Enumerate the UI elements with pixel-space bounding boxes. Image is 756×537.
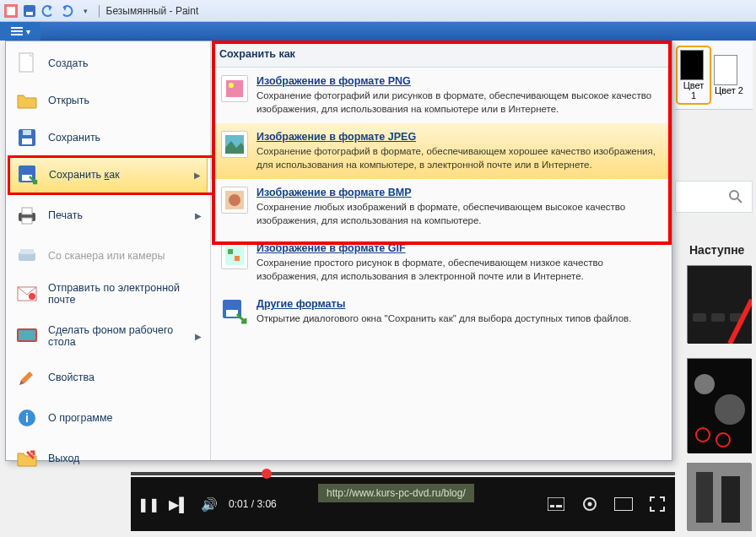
gif-icon bbox=[221, 242, 248, 269]
menu-item-print[interactable]: Печать ▶ bbox=[6, 197, 210, 234]
video-player: ❚❚ ▶▌ 🔊 0:01 / 3:06 http://www.kurs-pc-d… bbox=[131, 477, 675, 531]
format-desc: Открытие диалогового окна "Сохранить как… bbox=[256, 312, 662, 326]
redo-icon[interactable] bbox=[59, 3, 74, 19]
color2-label: Цвет 2 bbox=[714, 85, 744, 95]
svg-point-7 bbox=[730, 191, 738, 199]
menu-item-scanner: Со сканера или камеры bbox=[6, 237, 210, 274]
quick-access-toolbar: ▾ bbox=[3, 3, 93, 19]
svg-rect-48 bbox=[228, 249, 233, 254]
format-title: Изображение в формате JPEG bbox=[256, 131, 662, 143]
svg-rect-1 bbox=[7, 7, 15, 15]
menu-item-open[interactable]: Открыть bbox=[6, 82, 210, 119]
svg-point-45 bbox=[229, 194, 240, 206]
svg-point-33 bbox=[29, 293, 35, 300]
svg-point-15 bbox=[715, 394, 745, 425]
svg-rect-29 bbox=[22, 218, 32, 224]
format-title: Другие форматы bbox=[256, 298, 662, 310]
saveas-submenu: Сохранить как Изображение в формате PNG … bbox=[211, 41, 672, 460]
scanner-icon bbox=[16, 245, 38, 267]
titlebar-separator: │ bbox=[96, 5, 103, 17]
menu-item-label: Сохранить как bbox=[49, 169, 120, 181]
menu-item-label: Сделать фоном рабочего стола bbox=[48, 324, 185, 348]
save-icon[interactable] bbox=[22, 3, 37, 19]
svg-point-14 bbox=[694, 374, 715, 394]
ribbon-colors-group: Цвет 1 Цвет 2 bbox=[675, 41, 753, 110]
svg-rect-35 bbox=[19, 330, 35, 340]
color1-button[interactable]: Цвет 1 bbox=[678, 48, 709, 102]
svg-rect-57 bbox=[614, 497, 633, 511]
search-box[interactable] bbox=[675, 181, 753, 213]
svg-rect-3 bbox=[26, 12, 33, 15]
settings-button[interactable] bbox=[579, 493, 601, 515]
qat-dropdown-icon[interactable]: ▾ bbox=[78, 3, 93, 19]
properties-icon bbox=[16, 366, 38, 388]
format-list: Изображение в формате PNG Сохранение фот… bbox=[211, 68, 672, 460]
exit-icon bbox=[16, 448, 38, 469]
wallpaper-icon bbox=[16, 325, 38, 347]
about-icon: i bbox=[16, 407, 38, 429]
svg-rect-9 bbox=[688, 266, 752, 344]
volume-button[interactable]: 🔊 bbox=[198, 493, 220, 515]
svg-rect-6 bbox=[11, 34, 23, 35]
file-menu-panel: Создать Открыть Сохранить Сохранить как … bbox=[5, 41, 672, 461]
sidebar-next-title: Наступне bbox=[689, 243, 744, 257]
jpeg-icon bbox=[221, 131, 248, 158]
sidebar-thumb-2[interactable] bbox=[687, 358, 751, 453]
chevron-down-icon: ▾ bbox=[26, 27, 30, 36]
menu-item-label: Выход bbox=[48, 453, 79, 464]
format-desc: Сохранение простого рисунок в формате, о… bbox=[256, 257, 662, 283]
color2-button[interactable]: Цвет 2 bbox=[714, 55, 744, 95]
sidebar-thumb-1[interactable] bbox=[687, 265, 751, 343]
mail-icon bbox=[16, 283, 38, 305]
svg-rect-20 bbox=[721, 476, 740, 523]
app-icon bbox=[3, 3, 19, 19]
chevron-right-icon: ▶ bbox=[195, 332, 202, 341]
menu-item-email[interactable]: Отправить по электронной почте bbox=[6, 274, 210, 313]
svg-rect-51 bbox=[226, 310, 238, 317]
search-icon bbox=[728, 189, 743, 204]
menu-icon bbox=[11, 27, 23, 35]
svg-rect-28 bbox=[22, 208, 32, 214]
format-title: Изображение в формате BMP bbox=[256, 187, 662, 198]
menu-item-label: Сохранить bbox=[48, 132, 100, 144]
video-time: 0:01 / 3:06 bbox=[229, 498, 277, 510]
fullscreen-button[interactable] bbox=[646, 493, 668, 515]
format-item-gif[interactable]: Изображение в формате GIF Сохранение про… bbox=[211, 235, 672, 290]
open-icon bbox=[16, 90, 38, 111]
video-progress-bar[interactable] bbox=[131, 472, 675, 475]
color1-label: Цвет 1 bbox=[680, 80, 707, 100]
menu-item-properties[interactable]: Свойства bbox=[6, 359, 210, 396]
menu-item-label: О программе bbox=[48, 412, 112, 424]
svg-rect-11 bbox=[711, 313, 725, 322]
svg-rect-53 bbox=[550, 505, 554, 507]
new-icon bbox=[16, 52, 38, 74]
svg-rect-5 bbox=[11, 30, 23, 32]
menu-item-label: Отправить по электронной почте bbox=[48, 282, 202, 306]
next-button[interactable]: ▶▌ bbox=[168, 493, 190, 515]
format-item-bmp[interactable]: Изображение в формате BMP Сохранение люб… bbox=[211, 179, 672, 235]
menu-item-save-as[interactable]: Сохранить как ▶ bbox=[8, 156, 208, 193]
svg-rect-10 bbox=[693, 313, 706, 322]
menu-item-about[interactable]: i О программе bbox=[6, 399, 210, 437]
subtitles-button[interactable] bbox=[545, 493, 567, 515]
menu-item-wallpaper[interactable]: Сделать фоном рабочего стола ▶ bbox=[6, 317, 210, 355]
svg-rect-52 bbox=[548, 497, 564, 511]
svg-rect-19 bbox=[696, 472, 713, 523]
pause-button[interactable]: ❚❚ bbox=[138, 493, 159, 515]
menu-item-new[interactable]: Создать bbox=[6, 45, 210, 82]
sidebar-thumb-3[interactable] bbox=[687, 463, 751, 530]
menu-item-save[interactable]: Сохранить bbox=[6, 119, 210, 156]
format-desc: Сохранение фотографий или рисунков в фор… bbox=[256, 90, 662, 116]
undo-icon[interactable] bbox=[40, 3, 56, 19]
video-progress-knob[interactable] bbox=[262, 469, 272, 479]
format-item-png[interactable]: Изображение в формате PNG Сохранение фот… bbox=[211, 68, 672, 123]
file-menu-button[interactable]: ▾ bbox=[0, 22, 40, 41]
menu-item-label: Свойства bbox=[48, 372, 94, 383]
menu-item-label: Со сканера или камеры bbox=[48, 250, 165, 262]
menu-item-label: Открыть bbox=[48, 95, 89, 106]
format-item-jpeg[interactable]: Изображение в формате JPEG Сохранение фо… bbox=[211, 123, 672, 179]
format-item-other[interactable]: Другие форматы Открытие диалогового окна… bbox=[211, 290, 672, 334]
saveas-icon bbox=[17, 164, 39, 186]
theater-button[interactable] bbox=[613, 493, 634, 515]
chevron-right-icon: ▶ bbox=[194, 171, 201, 180]
